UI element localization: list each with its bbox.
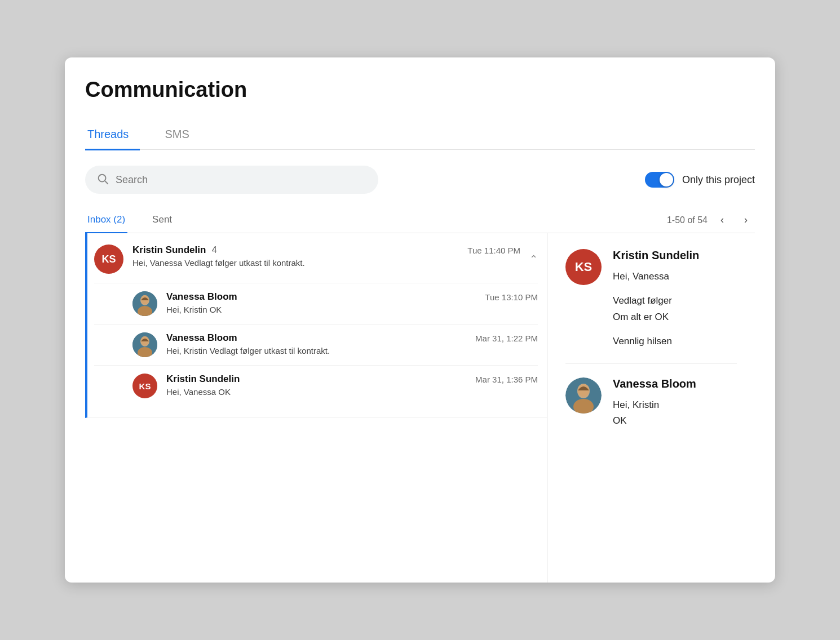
avatar-vb-1 — [132, 291, 157, 316]
sub-sender-name-2: Vanessa Bloom — [166, 332, 237, 344]
detail-spacer-1 — [613, 285, 699, 293]
sub-tabs-bar: Inbox (2) Sent 1-50 of 54 ‹ › — [85, 207, 755, 233]
collapse-icon[interactable]: ⌃ — [529, 253, 538, 265]
thread-list: KS Kristin Sundelin 4 Tue 11:40 PM Hei, … — [85, 233, 547, 583]
sub-messages: Vanessa Bloom Tue 13:10 PM Hei, Kristin … — [94, 283, 538, 406]
detail-line-1: Hei, Vanessa — [613, 269, 699, 285]
search-input[interactable] — [116, 174, 367, 186]
sub-message-2[interactable]: Vanessa Bloom Mar 31, 1:22 PM Hei, Krist… — [94, 324, 538, 365]
sub-sender-name-3: Kristin Sundelin — [166, 374, 240, 385]
sub-name-row-3: Kristin Sundelin Mar 31, 1:36 PM — [166, 374, 538, 385]
detail-line-2-1: Hei, Kristin — [613, 397, 696, 414]
detail-body-1: Hei, Vanessa Vedlagt følger Om alt er OK… — [613, 269, 699, 350]
thread-count: 4 — [212, 245, 217, 255]
sub-message-body-3: Kristin Sundelin Mar 31, 1:36 PM Hei, Va… — [166, 374, 538, 397]
sub-name-row-2: Vanessa Bloom Mar 31, 1:22 PM — [166, 332, 538, 344]
only-this-project-toggle[interactable] — [645, 172, 674, 188]
detail-avatar-vb — [565, 377, 602, 414]
pagination: 1-50 of 54 ‹ › — [667, 211, 755, 229]
sub-preview-3: Hei, Vanessa OK — [166, 387, 538, 397]
avatar-ks-3: KS — [132, 374, 157, 398]
page-title: Communication — [85, 78, 755, 102]
sub-time-3: Mar 31, 1:36 PM — [475, 375, 538, 384]
detail-avatar-ks: KS — [565, 249, 602, 285]
detail-spacer-2 — [613, 326, 699, 334]
sub-tab-inbox[interactable]: Inbox (2) — [85, 208, 127, 234]
detail-panel: KS Kristin Sundelin Hei, Vanessa Vedlagt… — [547, 233, 755, 583]
thread-preview: Hei, Vanessa Vedlagt følger utkast til k… — [132, 258, 520, 268]
avatar-vb-2 — [132, 332, 157, 357]
detail-line-2-2: OK — [613, 413, 696, 429]
sub-sender-name-1: Vanessa Bloom — [166, 291, 237, 303]
thread-header: KS Kristin Sundelin 4 Tue 11:40 PM Hei, … — [94, 245, 538, 274]
detail-name-1: Kristin Sundelin — [613, 249, 699, 262]
sub-preview-2: Hei, Kristin Vedlagt følger utkast til k… — [166, 346, 538, 355]
app-window: Communication Threads SMS Only this proj… — [65, 57, 775, 583]
sub-message-3[interactable]: KS Kristin Sundelin Mar 31, 1:36 PM Hei,… — [94, 365, 538, 406]
content-area: KS Kristin Sundelin 4 Tue 11:40 PM Hei, … — [85, 233, 755, 583]
sub-message-body-2: Vanessa Bloom Mar 31, 1:22 PM Hei, Krist… — [166, 332, 538, 355]
toggle-label: Only this project — [682, 174, 755, 186]
sub-time-2: Mar 31, 1:22 PM — [475, 334, 538, 343]
detail-sender-row-1: KS Kristin Sundelin Hei, Vanessa Vedlagt… — [565, 249, 737, 350]
avatar-ks: KS — [94, 245, 123, 274]
detail-content-1: Kristin Sundelin Hei, Vanessa Vedlagt fø… — [613, 249, 699, 350]
toggle-knob — [660, 173, 673, 186]
tab-sms[interactable]: SMS — [162, 121, 200, 150]
detail-line-2: Vedlagt følger — [613, 293, 699, 309]
detail-sender-row-2: Vanessa Bloom Hei, Kristin OK — [565, 377, 737, 430]
sub-time-1: Tue 13:10 PM — [485, 292, 538, 302]
thread-name-row: Kristin Sundelin 4 Tue 11:40 PM — [132, 245, 520, 256]
detail-divider — [565, 363, 737, 364]
thread-name: Kristin Sundelin 4 — [132, 245, 217, 256]
thread-sender-name: Kristin Sundelin — [132, 245, 206, 255]
thread-body: Kristin Sundelin 4 Tue 11:40 PM Hei, Van… — [132, 245, 520, 268]
toggle-area: Only this project — [645, 172, 755, 188]
tab-threads[interactable]: Threads — [85, 121, 140, 150]
sub-name-row-1: Vanessa Bloom Tue 13:10 PM — [166, 291, 538, 303]
search-icon — [96, 172, 109, 187]
detail-name-2: Vanessa Bloom — [613, 377, 696, 390]
search-box — [85, 166, 378, 194]
pagination-text: 1-50 of 54 — [667, 215, 708, 225]
next-page-button[interactable]: › — [737, 211, 755, 229]
thread-time: Tue 11:40 PM — [467, 246, 520, 255]
sub-tab-sent[interactable]: Sent — [150, 208, 174, 234]
sub-preview-1: Hei, Kristin OK — [166, 305, 538, 314]
detail-line-3: Om alt er OK — [613, 309, 699, 326]
tabs-bar: Threads SMS — [85, 120, 755, 150]
detail-body-2: Hei, Kristin OK — [613, 397, 696, 430]
detail-content-2: Vanessa Bloom Hei, Kristin OK — [613, 377, 696, 430]
sub-message-body-1: Vanessa Bloom Tue 13:10 PM Hei, Kristin … — [166, 291, 538, 314]
thread-item[interactable]: KS Kristin Sundelin 4 Tue 11:40 PM Hei, … — [85, 233, 547, 418]
sub-message-1[interactable]: Vanessa Bloom Tue 13:10 PM Hei, Kristin … — [94, 283, 538, 324]
search-area: Only this project — [85, 166, 755, 194]
prev-page-button[interactable]: ‹ — [713, 211, 731, 229]
svg-line-1 — [105, 181, 108, 184]
detail-line-4: Vennlig hilsen — [613, 334, 699, 350]
